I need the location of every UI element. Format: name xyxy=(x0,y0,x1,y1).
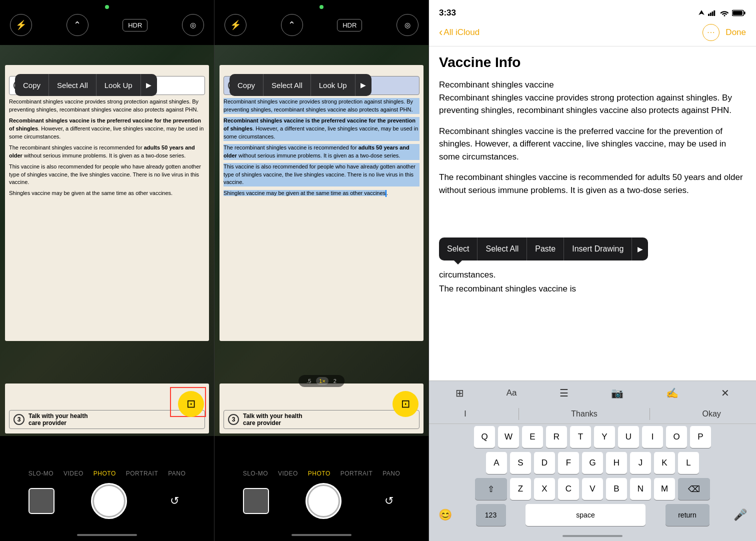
key-f[interactable]: F xyxy=(558,452,579,474)
panel2-camera: 2 2 Recombinant shinglesvaccine Recombin… xyxy=(214,0,428,541)
select-all-btn-3[interactable]: Select All xyxy=(478,238,527,260)
mic-btn[interactable]: 🎤 xyxy=(729,504,751,526)
key-z[interactable]: Z xyxy=(510,478,531,500)
location-icon xyxy=(698,10,705,16)
key-l[interactable]: L xyxy=(678,452,699,474)
quicktype-okay[interactable]: Okay xyxy=(694,408,728,420)
notes-para-3: The recombinant shingles vaccine is reco… xyxy=(439,171,746,196)
flash-btn[interactable]: ⚡ xyxy=(10,14,32,36)
photo-thumbnail[interactable] xyxy=(28,488,54,514)
camera-controls-2: ↺ xyxy=(214,479,428,529)
key-i[interactable]: I xyxy=(642,426,663,448)
mode-photo-2[interactable]: PHOTO xyxy=(308,470,330,477)
close-keyboard-icon[interactable]: ✕ xyxy=(721,387,730,399)
camera-toolbar-icon[interactable]: 📷 xyxy=(611,387,624,399)
select-all-btn[interactable]: Select All xyxy=(49,74,96,96)
ellipsis-btn[interactable]: ··· xyxy=(702,24,720,41)
key-n[interactable]: N xyxy=(630,478,651,500)
key-k[interactable]: K xyxy=(654,452,675,474)
zoom-2x[interactable]: 2 xyxy=(330,377,340,385)
table-icon[interactable]: ⊞ xyxy=(456,387,464,399)
key-q[interactable]: Q xyxy=(474,426,495,448)
hdr-btn[interactable]: HDR xyxy=(122,19,148,32)
mode-portrait-2[interactable]: PORTRAIT xyxy=(340,470,372,477)
flip-btn-2[interactable]: ↺ xyxy=(378,490,400,512)
timer-btn-2[interactable]: ⌃ xyxy=(281,14,303,36)
zoom-1x[interactable]: 1× xyxy=(316,377,328,385)
key-d[interactable]: D xyxy=(534,452,555,474)
more-btn-2[interactable]: ▶ xyxy=(356,74,372,96)
back-label[interactable]: All iCloud xyxy=(444,28,480,38)
key-w[interactable]: W xyxy=(498,426,519,448)
select-all-btn-2[interactable]: Select All xyxy=(264,74,311,96)
key-y[interactable]: Y xyxy=(594,426,615,448)
key-a[interactable]: A xyxy=(486,452,507,474)
key-v[interactable]: V xyxy=(582,478,603,500)
key-space[interactable]: space xyxy=(526,504,646,526)
key-t[interactable]: T xyxy=(570,426,591,448)
done-btn[interactable]: Done xyxy=(726,28,746,38)
insert-drawing-btn[interactable]: Insert Drawing xyxy=(564,238,632,260)
live-btn[interactable]: ◎ xyxy=(182,14,204,36)
shutter-btn-2[interactable] xyxy=(306,483,342,519)
flip-btn[interactable]: ↺ xyxy=(164,490,186,512)
mode-pano-2[interactable]: PANO xyxy=(382,470,400,477)
photo-thumbnail-2[interactable] xyxy=(243,488,269,514)
key-h[interactable]: H xyxy=(606,452,627,474)
mode-slo-mo-2[interactable]: SLO-MO xyxy=(243,470,268,477)
key-b[interactable]: B xyxy=(606,478,627,500)
hdr-btn-2[interactable]: HDR xyxy=(337,19,362,32)
nav-back[interactable]: ‹ All iCloud xyxy=(439,26,480,39)
emoji-btn[interactable]: 😊 xyxy=(434,504,456,526)
key-s[interactable]: S xyxy=(510,452,531,474)
flash-btn-2[interactable]: ⚡ xyxy=(224,14,246,36)
key-return[interactable]: return xyxy=(666,504,710,526)
timer-btn[interactable]: ⌃ xyxy=(66,14,88,36)
checklist-icon[interactable]: ☰ xyxy=(560,387,568,399)
paste-btn[interactable]: Paste xyxy=(527,238,564,260)
key-c[interactable]: C xyxy=(558,478,579,500)
key-u[interactable]: U xyxy=(618,426,639,448)
svg-rect-2 xyxy=(712,12,714,16)
mode-pano[interactable]: PANO xyxy=(168,470,186,477)
key-g[interactable]: G xyxy=(582,452,603,474)
font-size-icon[interactable]: Aa xyxy=(506,388,517,398)
more-btn-3[interactable]: ▶ xyxy=(632,238,648,260)
wifi-icon xyxy=(720,10,729,16)
live-btn-2[interactable]: ◎ xyxy=(396,14,418,36)
key-o[interactable]: O xyxy=(666,426,687,448)
copy-btn-2[interactable]: Copy xyxy=(230,74,264,96)
doc-para-2-sel: Recombinant shingles vaccine is the pref… xyxy=(224,117,420,141)
copy-btn[interactable]: Copy xyxy=(15,74,49,96)
quicktype-thanks[interactable]: Thanks xyxy=(563,408,605,420)
more-btn[interactable]: ▶ xyxy=(141,74,157,96)
mode-video[interactable]: VIDEO xyxy=(64,470,84,477)
key-numbers[interactable]: 123 xyxy=(476,504,506,526)
key-x[interactable]: X xyxy=(534,478,555,500)
shutter-btn[interactable] xyxy=(91,483,127,519)
mode-portrait[interactable]: PORTRAIT xyxy=(126,470,158,477)
notes-body[interactable]: Recombinant shingles vaccine Recombinant… xyxy=(439,78,746,196)
key-r[interactable]: R xyxy=(546,426,567,448)
mode-photo[interactable]: PHOTO xyxy=(94,470,116,477)
section3-header-2: 3 Talk with your healthcare provider xyxy=(224,410,420,429)
notes-para-next: The recombinant shingles vaccine is xyxy=(439,282,746,296)
live-text-icon-1[interactable]: ⊡ xyxy=(178,391,204,417)
zoom-05[interactable]: .5 xyxy=(304,377,314,385)
key-p[interactable]: P xyxy=(690,426,711,448)
green-dot xyxy=(105,5,109,9)
mode-video-2[interactable]: VIDEO xyxy=(278,470,298,477)
key-shift[interactable]: ⇧ xyxy=(475,478,507,500)
select-btn[interactable]: Select xyxy=(439,238,478,260)
key-j[interactable]: J xyxy=(630,452,651,474)
key-m[interactable]: M xyxy=(654,478,675,500)
camera-mode-bar: SLO-MO VIDEO PHOTO PORTRAIT PANO xyxy=(0,466,214,479)
key-backspace[interactable]: ⌫ xyxy=(678,478,710,500)
live-text-icon-2[interactable]: ⊡ xyxy=(392,391,418,417)
look-up-btn[interactable]: Look Up xyxy=(96,74,141,96)
look-up-btn-2[interactable]: Look Up xyxy=(311,74,356,96)
scribble-icon[interactable]: ✍ xyxy=(666,387,678,399)
key-e[interactable]: E xyxy=(522,426,543,448)
mode-slo-mo[interactable]: SLO-MO xyxy=(28,470,54,477)
quicktype-i[interactable]: I xyxy=(456,408,474,420)
